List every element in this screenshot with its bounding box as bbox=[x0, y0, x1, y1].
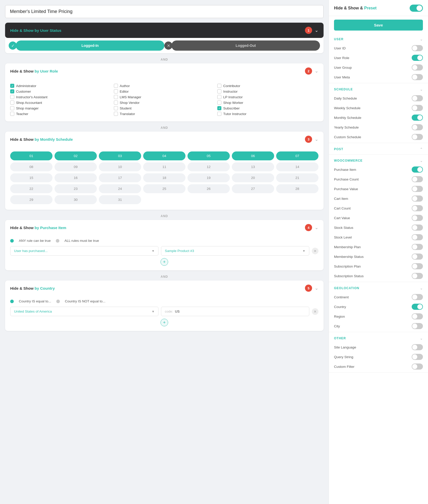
role-item[interactable]: Shop manager bbox=[10, 106, 111, 110]
calendar-day[interactable]: 03 bbox=[99, 151, 141, 160]
rp-item-toggle[interactable] bbox=[412, 215, 423, 221]
role-checkbox[interactable] bbox=[114, 101, 118, 105]
country-code-input[interactable]: code: US bbox=[161, 307, 309, 316]
rp-section-header-post[interactable]: POST⌃ bbox=[329, 144, 428, 153]
role-checkbox[interactable] bbox=[217, 89, 221, 93]
rp-item-toggle[interactable] bbox=[412, 263, 423, 269]
calendar-day[interactable]: 10 bbox=[99, 162, 141, 171]
role-checkbox[interactable] bbox=[114, 106, 118, 110]
calendar-day[interactable]: 05 bbox=[188, 151, 230, 160]
rp-section-header-other[interactable]: OTHER⌄ bbox=[329, 333, 428, 342]
role-item[interactable]: Shop Worker bbox=[217, 101, 318, 105]
logged-in-btn[interactable]: Logged-In bbox=[16, 40, 164, 51]
monthly-schedule-header[interactable]: Hide & Show by Monthly Schedule 3 ⌄ bbox=[5, 132, 324, 147]
country-select[interactable]: United States of America ▼ bbox=[10, 307, 158, 316]
page-title-input[interactable] bbox=[5, 5, 324, 18]
role-item[interactable]: Tutor Instructor bbox=[217, 112, 318, 116]
calendar-day[interactable]: 22 bbox=[10, 184, 52, 193]
role-checkbox[interactable] bbox=[114, 89, 118, 93]
calendar-day[interactable]: 27 bbox=[232, 184, 274, 193]
rp-item-toggle[interactable] bbox=[412, 134, 423, 140]
rp-item-toggle[interactable] bbox=[412, 234, 423, 240]
calendar-day[interactable]: 25 bbox=[143, 184, 185, 193]
rp-item-toggle[interactable] bbox=[412, 95, 423, 101]
rp-item-toggle[interactable] bbox=[412, 105, 423, 111]
calendar-day[interactable]: 31 bbox=[99, 195, 141, 204]
rp-section-header-user[interactable]: USER⌄ bbox=[329, 34, 428, 43]
rp-item-toggle[interactable] bbox=[412, 205, 423, 211]
rp-item-toggle[interactable] bbox=[412, 64, 423, 71]
rp-section-header-schedule[interactable]: SCHEDULE⌄ bbox=[329, 84, 428, 93]
role-item[interactable]: LP Instructor bbox=[217, 95, 318, 99]
role-item[interactable]: ✓Customer bbox=[10, 89, 111, 93]
rp-item-toggle[interactable] bbox=[412, 176, 423, 182]
rp-item-toggle[interactable] bbox=[412, 74, 423, 80]
rp-item-toggle[interactable] bbox=[412, 313, 423, 319]
role-item[interactable]: Editor bbox=[114, 89, 215, 93]
condition-select[interactable]: User has purchased... ▼ bbox=[10, 246, 158, 256]
role-item[interactable]: Shop Accountant bbox=[10, 101, 111, 105]
role-item[interactable]: Instructor's Assistant bbox=[10, 95, 111, 99]
calendar-day[interactable]: 23 bbox=[55, 184, 97, 193]
calendar-day[interactable]: 07 bbox=[276, 151, 318, 160]
add-purchase-btn[interactable]: + bbox=[160, 258, 168, 266]
rp-item-toggle[interactable] bbox=[412, 344, 423, 350]
role-item[interactable]: ✓Administrator bbox=[10, 84, 111, 88]
calendar-day[interactable]: 11 bbox=[143, 162, 185, 171]
calendar-day[interactable]: 24 bbox=[99, 184, 141, 193]
calendar-day[interactable]: 12 bbox=[188, 162, 230, 171]
role-checkbox[interactable] bbox=[114, 95, 118, 99]
rp-item-toggle[interactable] bbox=[412, 55, 423, 61]
rp-item-toggle[interactable] bbox=[412, 115, 423, 121]
rp-item-toggle[interactable] bbox=[412, 124, 423, 130]
calendar-day[interactable]: 08 bbox=[10, 162, 52, 171]
role-checkbox[interactable] bbox=[217, 101, 221, 105]
calendar-day[interactable]: 04 bbox=[143, 151, 185, 160]
rp-item-toggle[interactable] bbox=[412, 45, 423, 51]
calendar-day[interactable]: 18 bbox=[143, 173, 185, 182]
remove-purchase-btn[interactable]: ✕ bbox=[312, 248, 318, 254]
rp-item-toggle[interactable] bbox=[412, 166, 423, 173]
role-checkbox[interactable]: ✓ bbox=[217, 106, 221, 110]
rp-item-toggle[interactable] bbox=[412, 244, 423, 250]
rp-item-toggle[interactable] bbox=[412, 195, 423, 202]
calendar-day[interactable]: 17 bbox=[99, 173, 141, 182]
role-item[interactable]: Student bbox=[114, 106, 215, 110]
rp-item-toggle[interactable] bbox=[412, 254, 423, 260]
calendar-day[interactable]: 06 bbox=[232, 151, 274, 160]
calendar-day[interactable]: 21 bbox=[276, 173, 318, 182]
role-checkbox[interactable]: ✓ bbox=[10, 89, 14, 93]
add-country-btn[interactable]: + bbox=[160, 319, 168, 326]
calendar-day[interactable]: 01 bbox=[10, 151, 52, 160]
rp-item-toggle[interactable] bbox=[412, 186, 423, 192]
role-checkbox[interactable] bbox=[217, 112, 221, 116]
rp-item-toggle[interactable] bbox=[412, 294, 423, 300]
calendar-day[interactable]: 30 bbox=[55, 195, 97, 204]
rp-section-header-woocommerce[interactable]: WOOCOMMERCE⌄ bbox=[329, 156, 428, 165]
rp-item-toggle[interactable] bbox=[412, 304, 423, 310]
product-select[interactable]: Sample Product #3 ▼ bbox=[161, 246, 309, 256]
role-item[interactable]: Teacher bbox=[10, 112, 111, 116]
calendar-day[interactable]: 16 bbox=[55, 173, 97, 182]
user-role-header[interactable]: Hide & Show by User Role 2 ⌄ bbox=[5, 63, 324, 79]
role-item[interactable]: Author bbox=[114, 84, 215, 88]
rp-item-toggle[interactable] bbox=[412, 273, 423, 279]
role-checkbox[interactable] bbox=[114, 112, 118, 116]
rp-section-header-geolocation[interactable]: GEOLOCATION⌄ bbox=[329, 283, 428, 292]
role-checkbox[interactable] bbox=[10, 112, 14, 116]
calendar-day[interactable]: 15 bbox=[10, 173, 52, 182]
rp-item-toggle[interactable] bbox=[412, 354, 423, 360]
rp-item-toggle[interactable] bbox=[412, 323, 423, 329]
role-item[interactable]: Translator bbox=[114, 112, 215, 116]
country-header[interactable]: Hide & Show by Country 5 ⌄ bbox=[5, 281, 324, 296]
calendar-day[interactable]: 14 bbox=[276, 162, 318, 171]
calendar-day[interactable]: 28 bbox=[276, 184, 318, 193]
calendar-day[interactable]: 19 bbox=[188, 173, 230, 182]
remove-country-btn[interactable]: ✕ bbox=[312, 308, 318, 315]
role-item[interactable]: ✓Subscriber bbox=[217, 106, 318, 110]
preset-toggle[interactable] bbox=[410, 5, 423, 12]
calendar-day[interactable]: 13 bbox=[232, 162, 274, 171]
role-checkbox[interactable] bbox=[10, 101, 14, 105]
calendar-day[interactable]: 29 bbox=[10, 195, 52, 204]
role-item[interactable]: LMS Manager bbox=[114, 95, 215, 99]
